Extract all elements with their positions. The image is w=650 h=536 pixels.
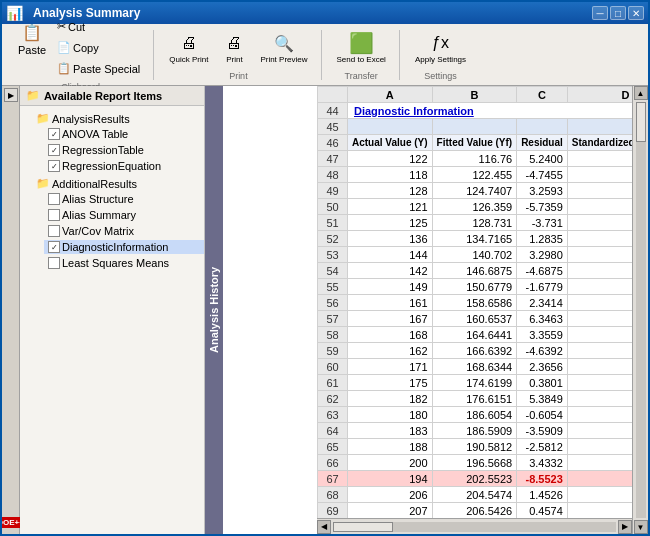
nav-panel: 📁 Available Report Items 📁 AnalysisResul… xyxy=(20,86,205,534)
print-icon: 🖨 xyxy=(222,31,246,55)
table-row: 52 136 134.7165 1.2835 0.3193 0.3336 0.3… xyxy=(318,231,633,247)
least-squares-checkbox[interactable] xyxy=(48,257,60,269)
scroll-track xyxy=(333,522,616,532)
regression-eq-checkbox[interactable] xyxy=(48,160,60,172)
quick-print-icon: 🖨 xyxy=(177,31,201,55)
section-header-cell: Diagnostic Information xyxy=(348,103,633,119)
table-row: 50 121 126.359 -5.7359 -1.4269 -1.512 -1… xyxy=(318,199,633,215)
spreadsheet-table: A B C D E F G H 44 xyxy=(317,86,632,518)
print-button[interactable]: 🖨 Print xyxy=(217,28,251,67)
copy-icon: 📄 xyxy=(57,41,71,54)
row-46: 46 xyxy=(318,135,348,151)
alias-summary-checkbox[interactable] xyxy=(48,209,60,221)
quick-print-button[interactable]: 🖨 Quick Print xyxy=(164,28,213,67)
vertical-scrollbar[interactable]: ▲ ▼ xyxy=(632,86,648,534)
cut-button[interactable]: ✂ Cut xyxy=(52,17,145,36)
copy-button[interactable]: 📄 Copy xyxy=(52,38,145,57)
transfer-group: 🟩 Send to Excel Transfer xyxy=(324,30,400,80)
scroll-v-thumb[interactable] xyxy=(636,102,646,142)
col-header-d: D xyxy=(567,87,632,103)
diag-main-header-cell: Diagnostics xyxy=(567,119,632,135)
scroll-right-btn[interactable]: ▶ xyxy=(618,520,632,534)
subheader-residual: Residual xyxy=(517,135,568,151)
tree-item-anova: ANOVA Table xyxy=(20,126,204,142)
tree-item-alias-sum: Alias Summary xyxy=(20,207,204,223)
diag-main-header-row: 45 Diagnostics xyxy=(318,119,633,135)
settings-group: ƒx Apply Settings Settings xyxy=(402,30,479,80)
apply-settings-label: Apply Settings xyxy=(415,55,466,64)
spreadsheet-container[interactable]: A B C D E F G H 44 xyxy=(317,86,632,518)
diag-header-empty-c xyxy=(517,119,568,135)
maximize-button[interactable]: □ xyxy=(610,6,626,20)
paste-button[interactable]: 📋 Paste xyxy=(16,17,48,59)
table-row: 49 128 124.7407 3.2593 0.8108 0.8626 0.8… xyxy=(318,183,633,199)
col-subheader-row: 46 Actual Value (Y) Fitted Value (Yf) Re… xyxy=(318,135,633,151)
table-row: 55 149 150.6779 -1.6779 -0.4174 -0.4284 … xyxy=(318,279,633,295)
paste-special-button[interactable]: 📋 Paste Special xyxy=(52,59,145,78)
alias-structure-item[interactable]: Alias Structure xyxy=(44,192,204,206)
subheader-fitted: Fitted Value (Yf) xyxy=(432,135,517,151)
scroll-v-track xyxy=(636,102,646,518)
transfer-label: Transfer xyxy=(345,71,378,81)
paste-icon: 📋 xyxy=(20,20,44,44)
table-row: 60 171 168.6344 2.3656 0.5885 0.6007 0.5… xyxy=(318,359,633,375)
scroll-down-btn[interactable]: ▼ xyxy=(634,520,648,534)
quick-print-label: Quick Print xyxy=(169,55,208,64)
minimize-button[interactable]: ─ xyxy=(592,6,608,20)
table-row: 57 167 160.6537 6.3463 1.5788 1.6126 1.6… xyxy=(318,311,633,327)
analysis-results-folder[interactable]: 📁 AnalysisResults xyxy=(32,111,204,126)
close-button[interactable]: ✕ xyxy=(628,6,644,20)
anova-table-item[interactable]: ANOVA Table xyxy=(44,127,204,141)
regression-table-item[interactable]: RegressionTable xyxy=(44,143,204,157)
diag-header-empty-a xyxy=(348,119,433,135)
print-preview-button[interactable]: 🔍 Print Preview xyxy=(255,28,312,67)
table-row: 65 188 190.5812 -2.5812 -0.6422 -0.6645 … xyxy=(318,439,633,455)
table-row: 59 162 166.6392 -4.6392 -1.1541 -1.1779 … xyxy=(318,343,633,359)
print-label: Print xyxy=(226,55,242,64)
scroll-left-btn[interactable]: ◀ xyxy=(317,520,331,534)
scroll-up-btn[interactable]: ▲ xyxy=(634,86,648,100)
nav-header: 📁 Available Report Items xyxy=(20,86,204,106)
left-bar: ▶ DOE++ xyxy=(2,86,20,534)
table-row: 51 125 128.731 -3.731 -0.9282 -0.9798 -0… xyxy=(318,215,633,231)
analysis-history-tab[interactable]: Analysis History xyxy=(205,86,223,534)
print-preview-label: Print Preview xyxy=(260,55,307,64)
excel-icon: 🟩 xyxy=(349,31,373,55)
alias-summary-item[interactable]: Alias Summary xyxy=(44,208,204,222)
regression-equation-item[interactable]: RegressionEquation xyxy=(44,159,204,173)
table-row: 68 206 204.5474 1.4526 0.3614 0.3814 0.3… xyxy=(318,487,633,503)
table-row: 63 180 186.6054 -0.6054 -0.1506 -0.1544 … xyxy=(318,407,633,423)
section-header-row: 44 Diagnostic Information xyxy=(318,103,633,119)
print-group: 🖨 Quick Print 🖨 Print 🔍 Print Preview Pr… xyxy=(156,30,321,80)
tree-item-additional: 📁 AdditionalResults Alias Structure xyxy=(20,175,204,272)
apply-settings-button[interactable]: ƒx Apply Settings xyxy=(410,28,471,67)
anova-checkbox[interactable] xyxy=(48,128,60,140)
additional-results-folder[interactable]: 📁 AdditionalResults xyxy=(32,176,204,191)
row-44: 44 xyxy=(318,103,348,119)
table-row: 47 122 116.76 5.2400 1.3036 1.4128 1.445… xyxy=(318,151,633,167)
send-excel-button[interactable]: 🟩 Send to Excel xyxy=(332,28,391,67)
table-row-highlighted: 67 194 202.5523 -8.5523 -2.1276 -2.2403 … xyxy=(318,471,633,487)
horizontal-scrollbar[interactable]: ◀ ▶ xyxy=(317,518,632,534)
subheader-std-residual: Standardized Residual xyxy=(567,135,632,151)
varcov-item[interactable]: Var/Cov Matrix xyxy=(44,224,204,238)
varcov-checkbox[interactable] xyxy=(48,225,60,237)
main-window: 📊 Analysis Summary ─ □ ✕ 📋 Paste ✂ Cut xyxy=(0,0,650,536)
regression-table-checkbox[interactable] xyxy=(48,144,60,156)
tree-item-regression: RegressionTable xyxy=(20,142,204,158)
diagnostic-info-item[interactable]: DiagnosticInformation xyxy=(44,240,204,254)
send-excel-label: Send to Excel xyxy=(337,55,386,64)
table-row: 56 161 158.6586 2.3414 0.5825 0.5953 0.5… xyxy=(318,295,633,311)
diag-header-empty-b xyxy=(432,119,517,135)
table-row: 69 207 206.5426 0.4574 0.1138 0.1207 0.1… xyxy=(318,503,633,519)
expand-btn[interactable]: ▶ xyxy=(4,88,18,102)
paste-label: Paste xyxy=(18,44,46,56)
table-row: 62 182 176.6151 5.3849 1.3396 1.3706 1.3… xyxy=(318,391,633,407)
tree-item-equation: RegressionEquation xyxy=(20,158,204,174)
diagnostic-checkbox[interactable] xyxy=(48,241,60,253)
least-squares-item[interactable]: Least Squares Means xyxy=(44,256,204,270)
nav-tree: 📁 AnalysisResults ANOVA Table xyxy=(20,106,204,534)
scroll-thumb[interactable] xyxy=(333,522,393,532)
nav-folder-icon: 📁 xyxy=(26,89,40,102)
alias-structure-checkbox[interactable] xyxy=(48,193,60,205)
